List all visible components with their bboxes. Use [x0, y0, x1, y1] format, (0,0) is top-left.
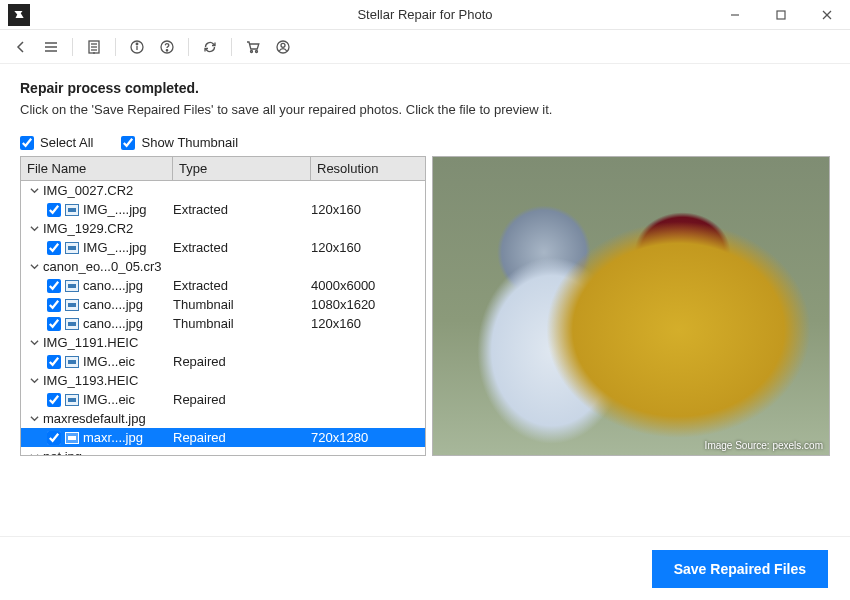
chevron-down-icon[interactable] [29, 414, 39, 423]
file-icon [65, 299, 79, 311]
file-checkbox[interactable] [47, 203, 61, 217]
svg-point-16 [251, 50, 253, 52]
file-name: IMG_....jpg [83, 202, 147, 217]
help-button[interactable] [154, 34, 180, 60]
app-logo [8, 4, 30, 26]
select-all-label: Select All [40, 135, 93, 150]
file-row[interactable]: IMG_....jpgExtracted120x160 [21, 200, 425, 219]
chevron-down-icon[interactable] [29, 224, 39, 233]
file-type: Thumbnail [173, 316, 311, 331]
cart-button[interactable] [240, 34, 266, 60]
file-resolution: 120x160 [311, 202, 425, 217]
titlebar: Stellar Repair for Photo [0, 0, 850, 30]
file-row[interactable]: cano....jpgThumbnail1080x1620 [21, 295, 425, 314]
file-checkbox[interactable] [47, 393, 61, 407]
file-icon [65, 204, 79, 216]
file-icon [65, 432, 79, 444]
file-name: cano....jpg [83, 297, 143, 312]
maximize-button[interactable] [758, 0, 804, 30]
file-icon [65, 318, 79, 330]
file-name: IMG...eic [83, 354, 135, 369]
file-resolution: 1080x1620 [311, 297, 425, 312]
file-checkbox[interactable] [47, 241, 61, 255]
user-button[interactable] [270, 34, 296, 60]
preview-image [433, 157, 829, 455]
file-row[interactable]: IMG...eicRepaired [21, 352, 425, 371]
file-group-row[interactable]: IMG_1191.HEIC [21, 333, 425, 352]
file-row[interactable]: IMG_....jpgExtracted120x160 [21, 238, 425, 257]
col-type[interactable]: Type [173, 157, 311, 180]
file-row[interactable]: cano....jpgExtracted4000x6000 [21, 276, 425, 295]
chevron-down-icon[interactable] [29, 452, 39, 456]
file-row[interactable]: maxr....jpgRepaired720x1280 [21, 428, 425, 447]
file-icon [65, 280, 79, 292]
file-name: cano....jpg [83, 278, 143, 293]
preview-pane[interactable]: Image Source: pexels.com [432, 156, 830, 456]
info-button[interactable] [124, 34, 150, 60]
show-thumbnail-input[interactable] [121, 136, 135, 150]
close-button[interactable] [804, 0, 850, 30]
file-resolution: 120x160 [311, 316, 425, 331]
refresh-button[interactable] [197, 34, 223, 60]
file-icon [65, 356, 79, 368]
file-checkbox[interactable] [47, 317, 61, 331]
file-type: Extracted [173, 240, 311, 255]
file-checkbox[interactable] [47, 431, 61, 445]
file-table[interactable]: File Name Type Resolution IMG_0027.CR2 I… [20, 156, 426, 456]
group-name: pet.jpg [43, 449, 82, 456]
image-credit: Image Source: pexels.com [705, 440, 823, 451]
file-group-row[interactable]: maxresdefault.jpg [21, 409, 425, 428]
minimize-button[interactable] [712, 0, 758, 30]
group-name: maxresdefault.jpg [43, 411, 146, 426]
select-all-checkbox[interactable]: Select All [20, 135, 93, 150]
col-filename[interactable]: File Name [21, 157, 173, 180]
toolbar [0, 30, 850, 64]
file-resolution: 4000x6000 [311, 278, 425, 293]
col-resolution[interactable]: Resolution [311, 157, 425, 180]
chevron-down-icon[interactable] [29, 262, 39, 271]
file-name: cano....jpg [83, 316, 143, 331]
chevron-down-icon[interactable] [29, 376, 39, 385]
toolbar-separator [72, 38, 73, 56]
file-group-row[interactable]: IMG_1929.CR2 [21, 219, 425, 238]
file-name: maxr....jpg [83, 430, 143, 445]
file-row[interactable]: cano....jpgThumbnail120x160 [21, 314, 425, 333]
file-name: IMG_....jpg [83, 240, 147, 255]
chevron-down-icon[interactable] [29, 338, 39, 347]
file-checkbox[interactable] [47, 298, 61, 312]
file-checkbox[interactable] [47, 355, 61, 369]
file-type: Extracted [173, 202, 311, 217]
status-heading: Repair process completed. [20, 80, 830, 96]
table-header: File Name Type Resolution [21, 157, 425, 181]
svg-point-13 [136, 43, 138, 45]
file-icon [65, 242, 79, 254]
chevron-down-icon[interactable] [29, 186, 39, 195]
show-thumbnail-label: Show Thumbnail [141, 135, 238, 150]
status-subheading: Click on the 'Save Repaired Files' to sa… [20, 102, 830, 117]
file-type: Repaired [173, 354, 311, 369]
show-thumbnail-checkbox[interactable]: Show Thumbnail [121, 135, 238, 150]
file-group-row[interactable]: pet.jpg [21, 447, 425, 456]
svg-point-17 [256, 50, 258, 52]
toolbar-separator [188, 38, 189, 56]
save-repaired-button[interactable]: Save Repaired Files [652, 550, 828, 588]
file-resolution: 120x160 [311, 240, 425, 255]
footer: Save Repaired Files [0, 536, 850, 600]
file-group-row[interactable]: IMG_0027.CR2 [21, 181, 425, 200]
file-row[interactable]: IMG...eicRepaired [21, 390, 425, 409]
list-button[interactable] [81, 34, 107, 60]
file-type: Repaired [173, 392, 311, 407]
file-group-row[interactable]: canon_eo...0_05.cr3 [21, 257, 425, 276]
file-checkbox[interactable] [47, 279, 61, 293]
group-name: IMG_1929.CR2 [43, 221, 133, 236]
group-name: IMG_1191.HEIC [43, 335, 138, 350]
group-name: canon_eo...0_05.cr3 [43, 259, 162, 274]
file-group-row[interactable]: IMG_1193.HEIC [21, 371, 425, 390]
file-type: Thumbnail [173, 297, 311, 312]
menu-button[interactable] [38, 34, 64, 60]
toolbar-separator [231, 38, 232, 56]
file-tree[interactable]: IMG_0027.CR2 IMG_....jpgExtracted120x160… [21, 181, 425, 456]
back-button[interactable] [8, 34, 34, 60]
select-all-input[interactable] [20, 136, 34, 150]
file-resolution: 720x1280 [311, 430, 425, 445]
